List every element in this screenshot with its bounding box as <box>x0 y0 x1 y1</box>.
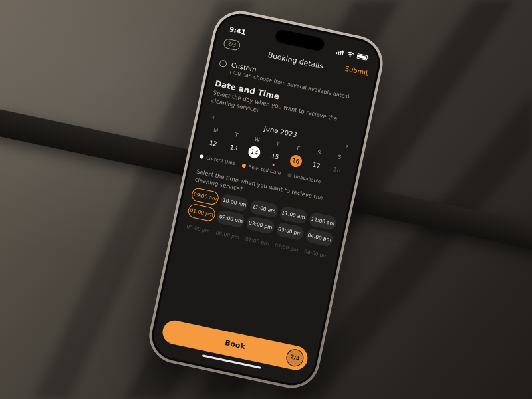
svg-rect-1 <box>338 51 340 55</box>
time-slot[interactable]: 11:00 am <box>249 199 279 218</box>
calendar-month-label: June 2023 <box>263 124 298 138</box>
time-slot[interactable]: 02:00 pm <box>216 209 246 228</box>
signal-icon <box>336 49 344 55</box>
legend-current: Current Date <box>205 155 236 166</box>
book-step-badge: 2/3 <box>285 347 305 368</box>
calendar-day[interactable]: 14 <box>243 143 267 162</box>
wifi-icon <box>346 51 354 58</box>
prev-month-button[interactable]: ‹ <box>208 110 219 124</box>
calendar-day[interactable]: 15 <box>263 147 287 166</box>
time-slot: 07:00 pm <box>242 231 272 251</box>
time-slot[interactable]: 01:00 pm <box>187 203 217 222</box>
svg-rect-3 <box>342 51 344 56</box>
time-slot: 08:00 pm <box>301 244 331 263</box>
time-slot[interactable]: 03:00 pm <box>275 221 305 241</box>
book-button-label: Book <box>224 338 246 351</box>
battery-icon <box>356 53 369 61</box>
next-month-button[interactable]: › <box>342 139 353 153</box>
calendar-day[interactable]: 13 <box>222 138 246 157</box>
time-slot[interactable]: 10:00 am <box>220 193 250 212</box>
radio-icon[interactable] <box>219 59 227 68</box>
time-slot: 07:00 pm <box>272 238 302 257</box>
time-slot[interactable]: 03:00 pm <box>246 215 276 235</box>
legend-unavailable: Unavailable <box>293 174 321 184</box>
time-slot[interactable]: 11:00 am <box>279 205 309 225</box>
calendar-day[interactable]: 16 <box>284 152 308 170</box>
calendar-day[interactable]: 17 <box>305 156 329 174</box>
svg-rect-2 <box>340 51 342 55</box>
legend-selected: Selected Date <box>248 164 281 176</box>
submit-link[interactable]: Submit <box>344 65 369 77</box>
calendar-day[interactable]: 18 <box>325 160 349 179</box>
status-time: 9:41 <box>229 25 247 36</box>
time-slot[interactable]: 12:00 am <box>308 211 338 231</box>
time-slot[interactable]: 04:00 pm <box>305 227 334 247</box>
calendar-day[interactable]: 12 <box>201 134 225 152</box>
time-slot: 05:00 pm <box>184 219 213 238</box>
time-slot: 06:00 pm <box>213 225 243 245</box>
svg-rect-0 <box>336 52 338 54</box>
time-slot[interactable]: 09:00 am <box>190 186 220 205</box>
header-step-pill: 2/3 <box>223 38 241 51</box>
